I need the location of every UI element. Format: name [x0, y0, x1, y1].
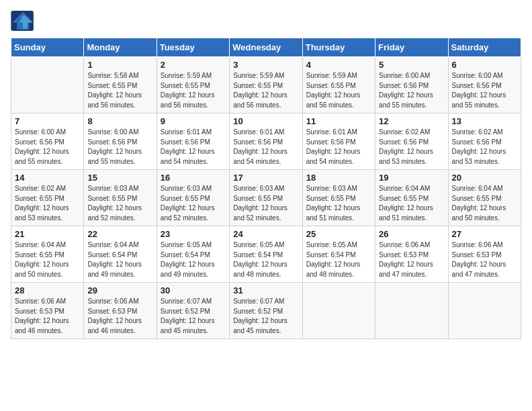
calendar-cell: 26Sunrise: 6:06 AMSunset: 6:53 PMDayligh…	[375, 226, 448, 283]
day-info: Sunrise: 6:07 AMSunset: 6:52 PMDaylight:…	[161, 297, 226, 336]
day-info: Sunrise: 6:04 AMSunset: 6:55 PMDaylight:…	[452, 184, 517, 223]
day-number: 31	[233, 285, 298, 295]
calendar-cell: 15Sunrise: 6:03 AMSunset: 6:55 PMDayligh…	[84, 170, 157, 226]
header-day: Tuesday	[157, 38, 229, 57]
day-number: 25	[306, 229, 371, 239]
day-number: 27	[452, 229, 517, 239]
calendar-cell: 7Sunrise: 6:00 AMSunset: 6:56 PMDaylight…	[11, 113, 84, 170]
calendar-week: 28Sunrise: 6:06 AMSunset: 6:53 PMDayligh…	[11, 283, 521, 339]
calendar-week: 14Sunrise: 6:02 AMSunset: 6:55 PMDayligh…	[11, 170, 521, 226]
day-info: Sunrise: 6:01 AMSunset: 6:56 PMDaylight:…	[233, 128, 298, 167]
day-info: Sunrise: 6:04 AMSunset: 6:54 PMDaylight:…	[87, 240, 152, 279]
calendar-cell	[302, 283, 375, 339]
day-info: Sunrise: 6:05 AMSunset: 6:54 PMDaylight:…	[306, 240, 371, 279]
day-number: 15	[87, 173, 152, 183]
day-number: 12	[379, 116, 444, 126]
day-number: 30	[161, 285, 226, 295]
calendar-week: 21Sunrise: 6:04 AMSunset: 6:55 PMDayligh…	[11, 226, 521, 283]
day-info: Sunrise: 6:06 AMSunset: 6:53 PMDaylight:…	[87, 297, 152, 336]
header-row: SundayMondayTuesdayWednesdayThursdayFrid…	[11, 38, 521, 57]
day-info: Sunrise: 6:06 AMSunset: 6:53 PMDaylight:…	[15, 297, 80, 336]
day-info: Sunrise: 5:59 AMSunset: 6:55 PMDaylight:…	[306, 71, 371, 110]
day-number: 20	[452, 173, 517, 183]
day-number: 28	[15, 285, 80, 295]
calendar-cell: 8Sunrise: 6:00 AMSunset: 6:56 PMDaylight…	[84, 113, 157, 170]
calendar-cell: 28Sunrise: 6:06 AMSunset: 6:53 PMDayligh…	[11, 283, 84, 339]
day-number: 10	[233, 116, 298, 126]
calendar-cell: 3Sunrise: 5:59 AMSunset: 6:55 PMDaylight…	[230, 57, 302, 113]
calendar-cell: 25Sunrise: 6:05 AMSunset: 6:54 PMDayligh…	[302, 226, 375, 283]
day-info: Sunrise: 6:02 AMSunset: 6:55 PMDaylight:…	[15, 184, 80, 223]
day-info: Sunrise: 6:03 AMSunset: 6:55 PMDaylight:…	[161, 184, 226, 223]
calendar-cell: 1Sunrise: 5:58 AMSunset: 6:55 PMDaylight…	[84, 57, 157, 113]
header-day: Sunday	[11, 38, 84, 57]
calendar-cell: 23Sunrise: 6:05 AMSunset: 6:54 PMDayligh…	[157, 226, 229, 283]
calendar-cell	[448, 283, 521, 339]
calendar-cell: 2Sunrise: 5:59 AMSunset: 6:55 PMDaylight…	[157, 57, 229, 113]
day-info: Sunrise: 6:00 AMSunset: 6:56 PMDaylight:…	[87, 128, 152, 167]
day-number: 7	[15, 116, 80, 126]
day-info: Sunrise: 6:04 AMSunset: 6:55 PMDaylight:…	[15, 240, 80, 279]
day-number: 5	[379, 60, 444, 70]
day-number: 9	[161, 116, 226, 126]
day-number: 24	[233, 229, 298, 239]
day-number: 29	[87, 285, 152, 295]
header-day: Thursday	[302, 38, 375, 57]
day-info: Sunrise: 6:03 AMSunset: 6:55 PMDaylight:…	[306, 184, 371, 223]
calendar-cell: 31Sunrise: 6:07 AMSunset: 6:52 PMDayligh…	[230, 283, 302, 339]
calendar-cell: 24Sunrise: 6:05 AMSunset: 6:54 PMDayligh…	[230, 226, 302, 283]
calendar-week: 1Sunrise: 5:58 AMSunset: 6:55 PMDaylight…	[11, 57, 521, 113]
calendar-cell: 4Sunrise: 5:59 AMSunset: 6:55 PMDaylight…	[302, 57, 375, 113]
day-number: 1	[87, 60, 152, 70]
calendar-cell: 5Sunrise: 6:00 AMSunset: 6:56 PMDaylight…	[375, 57, 448, 113]
day-info: Sunrise: 6:06 AMSunset: 6:53 PMDaylight:…	[379, 240, 444, 279]
day-number: 13	[452, 116, 517, 126]
day-number: 16	[161, 173, 226, 183]
calendar-cell: 12Sunrise: 6:02 AMSunset: 6:56 PMDayligh…	[375, 113, 448, 170]
page-header	[11, 11, 521, 31]
calendar-cell: 18Sunrise: 6:03 AMSunset: 6:55 PMDayligh…	[302, 170, 375, 226]
day-info: Sunrise: 6:01 AMSunset: 6:56 PMDaylight:…	[306, 128, 371, 167]
header-day: Saturday	[448, 38, 521, 57]
calendar-table: SundayMondayTuesdayWednesdayThursdayFrid…	[11, 38, 521, 339]
day-info: Sunrise: 6:03 AMSunset: 6:55 PMDaylight:…	[87, 184, 152, 223]
day-info: Sunrise: 5:58 AMSunset: 6:55 PMDaylight:…	[87, 71, 152, 110]
day-number: 17	[233, 173, 298, 183]
calendar-cell: 20Sunrise: 6:04 AMSunset: 6:55 PMDayligh…	[448, 170, 521, 226]
day-number: 6	[452, 60, 517, 70]
day-number: 22	[87, 229, 152, 239]
day-number: 2	[161, 60, 226, 70]
day-info: Sunrise: 6:02 AMSunset: 6:56 PMDaylight:…	[379, 128, 444, 167]
calendar-cell: 11Sunrise: 6:01 AMSunset: 6:56 PMDayligh…	[302, 113, 375, 170]
calendar-cell	[11, 57, 84, 113]
calendar-cell: 13Sunrise: 6:02 AMSunset: 6:56 PMDayligh…	[448, 113, 521, 170]
day-info: Sunrise: 5:59 AMSunset: 6:55 PMDaylight:…	[161, 71, 226, 110]
day-number: 11	[306, 116, 371, 126]
day-number: 18	[306, 173, 371, 183]
calendar-cell: 30Sunrise: 6:07 AMSunset: 6:52 PMDayligh…	[157, 283, 229, 339]
logo	[11, 11, 38, 31]
header-day: Wednesday	[230, 38, 302, 57]
header-day: Friday	[375, 38, 448, 57]
calendar-cell: 21Sunrise: 6:04 AMSunset: 6:55 PMDayligh…	[11, 226, 84, 283]
day-info: Sunrise: 6:04 AMSunset: 6:55 PMDaylight:…	[379, 184, 444, 223]
day-info: Sunrise: 6:00 AMSunset: 6:56 PMDaylight:…	[379, 71, 444, 110]
day-number: 26	[379, 229, 444, 239]
day-number: 3	[233, 60, 298, 70]
logo-icon	[11, 11, 35, 31]
day-info: Sunrise: 6:05 AMSunset: 6:54 PMDaylight:…	[233, 240, 298, 279]
calendar-cell: 29Sunrise: 6:06 AMSunset: 6:53 PMDayligh…	[84, 283, 157, 339]
day-info: Sunrise: 6:00 AMSunset: 6:56 PMDaylight:…	[15, 128, 80, 167]
day-info: Sunrise: 6:06 AMSunset: 6:53 PMDaylight:…	[452, 240, 517, 279]
day-info: Sunrise: 6:07 AMSunset: 6:52 PMDaylight:…	[233, 297, 298, 336]
day-info: Sunrise: 6:00 AMSunset: 6:56 PMDaylight:…	[452, 71, 517, 110]
header-day: Monday	[84, 38, 157, 57]
calendar-cell: 22Sunrise: 6:04 AMSunset: 6:54 PMDayligh…	[84, 226, 157, 283]
calendar-cell: 9Sunrise: 6:01 AMSunset: 6:56 PMDaylight…	[157, 113, 229, 170]
day-number: 19	[379, 173, 444, 183]
day-info: Sunrise: 6:05 AMSunset: 6:54 PMDaylight:…	[161, 240, 226, 279]
day-number: 23	[161, 229, 226, 239]
calendar-cell: 19Sunrise: 6:04 AMSunset: 6:55 PMDayligh…	[375, 170, 448, 226]
calendar-cell: 17Sunrise: 6:03 AMSunset: 6:55 PMDayligh…	[230, 170, 302, 226]
calendar-cell	[375, 283, 448, 339]
